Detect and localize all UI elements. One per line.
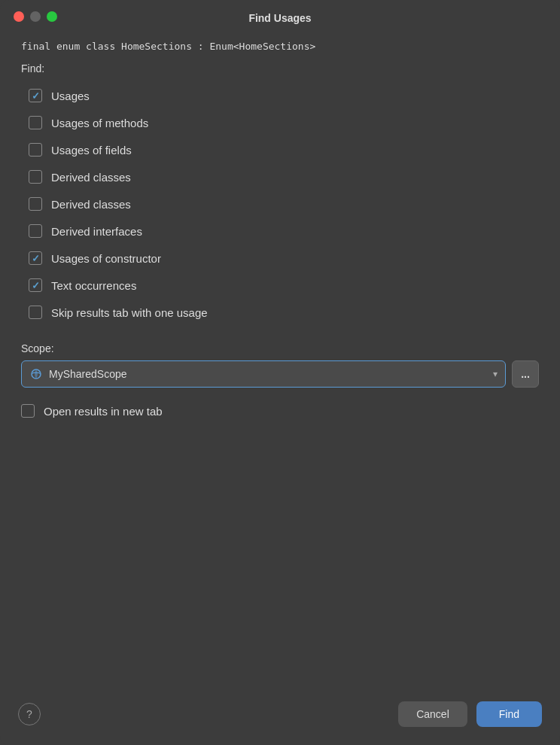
skip-results-label: Skip results tab with one usage	[51, 306, 208, 319]
usages-label: Usages	[51, 90, 90, 102]
title-bar: Find Usages	[0, 0, 560, 33]
checkmark-icon: ✓	[32, 281, 40, 290]
list-item: Usages of methods	[29, 109, 539, 136]
list-item: ✓ Usages of constructor	[29, 245, 539, 272]
list-item: Derived classes	[29, 190, 539, 217]
maximize-button[interactable]	[47, 11, 57, 22]
open-results-row: Open results in new tab	[21, 404, 539, 418]
class-declaration: final enum class HomeSections : Enum<Hom…	[21, 41, 539, 52]
scope-more-button[interactable]: ...	[512, 360, 539, 388]
window-controls	[14, 11, 57, 22]
checkbox-list: ✓ Usages Usages of methods Usages of fie…	[29, 82, 539, 326]
find-label: Find:	[21, 62, 539, 74]
list-item: Derived interfaces	[29, 217, 539, 245]
list-item: Derived classes	[29, 163, 539, 190]
derived-interfaces-checkbox[interactable]	[29, 224, 42, 238]
action-buttons: Cancel Find	[398, 701, 542, 727]
text-occurrences-label: Text occurrences	[51, 279, 136, 292]
scope-dropdown[interactable]: MySharedScope ▾	[21, 360, 506, 388]
find-usages-dialog: Find Usages final enum class HomeSection…	[0, 0, 560, 745]
usages-of-methods-label: Usages of methods	[51, 117, 148, 129]
close-button[interactable]	[14, 11, 24, 22]
dialog-title: Find Usages	[248, 12, 311, 24]
open-results-label: Open results in new tab	[44, 405, 163, 418]
checkmark-icon: ✓	[32, 254, 40, 263]
scope-row: MySharedScope ▾ ...	[21, 360, 539, 388]
find-button[interactable]: Find	[476, 701, 542, 727]
cancel-button[interactable]: Cancel	[398, 701, 467, 727]
usages-of-fields-checkbox[interactable]	[29, 143, 42, 157]
list-item: ✓ Usages	[29, 82, 539, 109]
scope-label: Scope:	[21, 342, 539, 354]
scope-section: Scope: MySharedScope ▾ ...	[21, 342, 539, 388]
dialog-content: final enum class HomeSections : Enum<Hom…	[0, 33, 560, 689]
list-item: Skip results tab with one usage	[29, 299, 539, 326]
text-occurrences-checkbox[interactable]: ✓	[29, 278, 42, 292]
list-item: Usages of fields	[29, 136, 539, 163]
bottom-bar: ? Cancel Find	[0, 689, 560, 745]
derived-classes-2-label: Derived classes	[51, 198, 131, 211]
usages-checkbox[interactable]: ✓	[29, 89, 42, 102]
checkmark-icon: ✓	[32, 91, 40, 101]
scope-value: MySharedScope	[49, 368, 490, 380]
derived-classes-1-label: Derived classes	[51, 171, 131, 184]
usages-of-constructor-checkbox[interactable]: ✓	[29, 251, 42, 265]
chevron-down-icon: ▾	[493, 369, 498, 379]
skip-results-checkbox[interactable]	[29, 306, 42, 319]
scope-icon	[29, 367, 43, 381]
derived-classes-1-checkbox[interactable]	[29, 170, 42, 184]
list-item: ✓ Text occurrences	[29, 272, 539, 299]
derived-classes-2-checkbox[interactable]	[29, 197, 42, 211]
minimize-button[interactable]	[30, 11, 41, 22]
open-results-checkbox[interactable]	[21, 404, 35, 418]
derived-interfaces-label: Derived interfaces	[51, 225, 142, 238]
usages-of-methods-checkbox[interactable]	[29, 116, 42, 129]
usages-of-fields-label: Usages of fields	[51, 144, 132, 157]
usages-of-constructor-label: Usages of constructor	[51, 252, 161, 265]
help-button[interactable]: ?	[18, 703, 41, 725]
